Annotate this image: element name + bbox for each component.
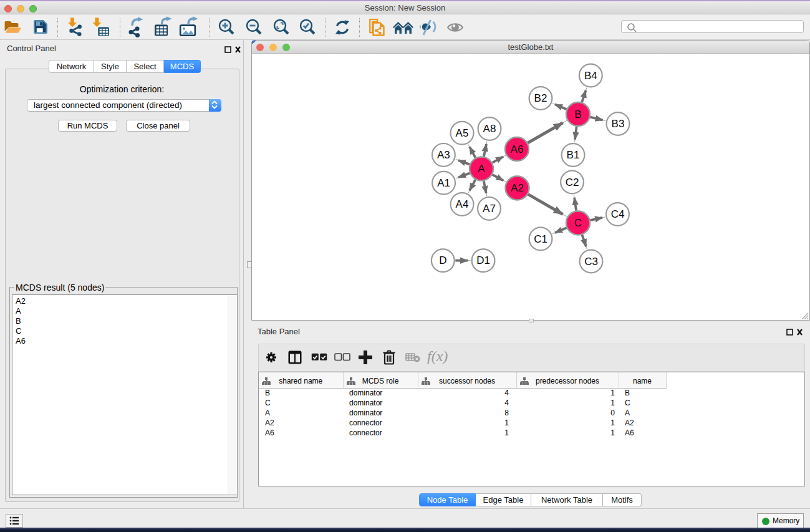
svg-text:C2: C2 [566, 177, 579, 188]
svg-text:B3: B3 [612, 118, 625, 130]
svg-text:B2: B2 [534, 92, 547, 104]
svg-text:B1: B1 [567, 149, 580, 161]
svg-text:B: B [574, 109, 581, 120]
svg-text:A7: A7 [483, 203, 496, 215]
svg-text:D1: D1 [476, 254, 490, 266]
svg-text:A6: A6 [511, 143, 524, 155]
svg-text:C4: C4 [611, 208, 625, 220]
svg-text:A1: A1 [437, 177, 450, 189]
svg-text:A5: A5 [456, 127, 469, 139]
svg-text:A3: A3 [437, 149, 450, 161]
svg-text:A2: A2 [511, 182, 524, 194]
svg-text:D: D [439, 254, 446, 266]
svg-text:C3: C3 [584, 256, 598, 268]
svg-text:C1: C1 [534, 233, 547, 245]
svg-text:B4: B4 [584, 70, 597, 82]
svg-text:C: C [574, 217, 582, 229]
svg-text:A4: A4 [456, 198, 469, 210]
svg-text:A: A [478, 163, 485, 175]
svg-text:A8: A8 [483, 123, 496, 135]
